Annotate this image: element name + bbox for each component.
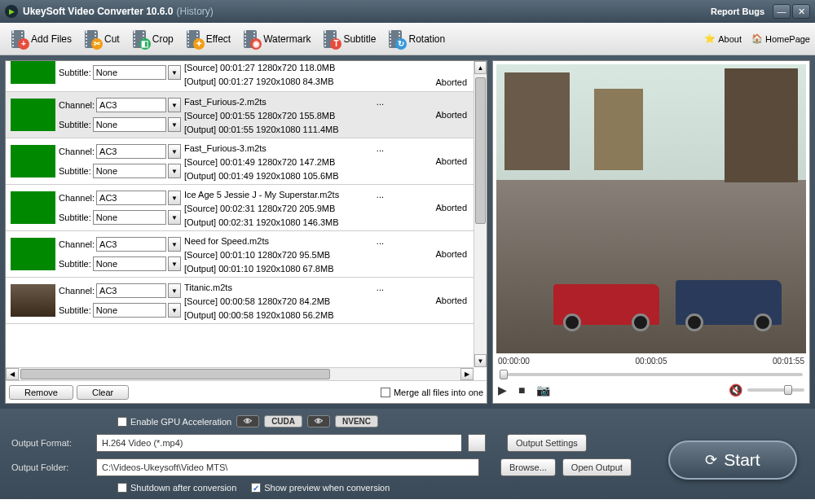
subtitle-button[interactable]: TSubtitle [317, 25, 382, 53]
cuda-badge-icon: 👁 [236, 415, 259, 427]
remove-button[interactable]: Remove [9, 385, 73, 400]
open-output-button[interactable]: Open Output [562, 458, 632, 476]
mute-button[interactable]: 🔇 [729, 383, 742, 397]
subtitle-dropdown[interactable]: ▼ [168, 210, 181, 225]
merge-checkbox[interactable]: Merge all files into one [381, 388, 483, 397]
output-folder-input[interactable]: C:\Videos-Ukeysoft\Video MTS\ [96, 458, 479, 476]
file-thumbnail [11, 61, 55, 84]
subtitle-label: Subtitle: [59, 120, 91, 129]
channel-dropdown[interactable]: ▼ [168, 283, 181, 298]
channel-select[interactable]: AC3 [96, 237, 166, 252]
output-format-dropdown[interactable]: ▲ [468, 434, 486, 452]
subtitle-select[interactable]: None [93, 303, 166, 318]
output-format-label: Output Format: [11, 438, 90, 448]
shutdown-checkbox[interactable]: Shutdown after conversion [117, 483, 236, 493]
subtitle-select[interactable]: None [93, 256, 166, 271]
file-info: [Source] 00:01:27 1280x720 118.0MB[Outpu… [181, 61, 420, 90]
refresh-icon: ⟳ [705, 451, 717, 469]
file-list-vscroll[interactable]: ▲ ▼ [474, 61, 487, 367]
cuda-badge: CUDA [264, 415, 302, 427]
gpu-checkbox[interactable]: Enable GPU Acceleration [117, 417, 231, 427]
nvenc-badge: NVENC [335, 415, 378, 427]
channel-dropdown[interactable]: ▼ [168, 144, 181, 159]
file-row[interactable]: Channel:AC3▼Subtitle:None▼Fast_Furious-3… [6, 138, 474, 185]
file-status: Aborted [420, 94, 470, 136]
subtitle-dropdown[interactable]: ▼ [168, 303, 181, 318]
file-thumbnail [11, 191, 55, 224]
crop-button[interactable]: ◧Crop [126, 25, 180, 53]
file-row[interactable]: Channel:AC3▼Subtitle:None▼Titanic.m2ts..… [6, 278, 474, 324]
volume-slider[interactable] [747, 388, 804, 392]
scroll-up-button[interactable]: ▲ [474, 61, 487, 74]
scroll-right-button[interactable]: ▶ [460, 368, 474, 380]
play-button[interactable]: ▶ [498, 383, 507, 397]
channel-select[interactable]: AC3 [96, 283, 166, 298]
subtitle-dropdown[interactable]: ▼ [168, 256, 181, 271]
subtitle-select[interactable]: None [93, 210, 166, 225]
star-icon: ⭐ [704, 33, 716, 45]
file-info: Need for Speed.m2ts...[Source] 00:01:10 … [181, 233, 420, 275]
preview-checkbox[interactable]: Show preview when conversion [251, 483, 390, 493]
home-icon: 🏠 [751, 33, 763, 45]
file-status: Aborted [420, 61, 470, 90]
preview-panel: 00:00:00 00:00:05 00:01:55 ▶ ■ 📷 🔇 [492, 60, 810, 404]
start-button[interactable]: ⟳Start [668, 440, 797, 480]
subtitle-dropdown[interactable]: ▼ [168, 65, 181, 80]
vscroll-thumb[interactable] [475, 77, 486, 224]
time-end: 00:01:55 [773, 357, 804, 366]
subtitle-label: Subtitle: [59, 305, 91, 315]
channel-select[interactable]: AC3 [96, 191, 166, 205]
file-status: Aborted [420, 233, 470, 275]
output-format-select[interactable]: H.264 Video (*.mp4) [96, 434, 461, 452]
subtitle-select[interactable]: None [93, 164, 166, 178]
minimize-button[interactable]: — [773, 4, 791, 19]
hscroll-thumb[interactable] [20, 369, 330, 379]
about-link[interactable]: ⭐About [704, 33, 742, 45]
subtitle-dropdown[interactable]: ▼ [168, 117, 181, 132]
scroll-left-button[interactable]: ◀ [6, 368, 19, 380]
app-title: UkeySoft Video Converter 10.6.0 [23, 6, 174, 17]
clear-button[interactable]: Clear [77, 385, 129, 400]
subtitle-select[interactable]: None [93, 65, 166, 80]
output-settings-button[interactable]: Output Settings [507, 434, 587, 452]
subtitle-select[interactable]: None [93, 117, 166, 132]
browse-button[interactable]: Browse... [500, 458, 556, 476]
channel-label: Channel: [59, 100, 95, 110]
channel-select[interactable]: AC3 [96, 98, 166, 112]
subtitle-dropdown[interactable]: ▼ [168, 164, 181, 178]
bottom-panel: Enable GPU Acceleration 👁 CUDA 👁 NVENC O… [0, 409, 815, 499]
file-row[interactable]: Channel:AC3▼Subtitle:None▼Fast_Furious-2… [6, 92, 474, 138]
homepage-link[interactable]: 🏠HomePage [751, 33, 810, 45]
nvenc-badge-icon: 👁 [307, 415, 330, 427]
time-current: 00:00:05 [636, 357, 667, 366]
report-bugs-link[interactable]: Report Bugs [711, 7, 764, 16]
snapshot-button[interactable]: 📷 [536, 383, 550, 397]
file-info: Fast_Furious-2.m2ts...[Source] 00:01:55 … [181, 94, 420, 136]
rotation-button[interactable]: ↻Rotation [382, 25, 452, 53]
stop-button[interactable]: ■ [518, 383, 525, 397]
channel-label: Channel: [59, 193, 95, 203]
file-row[interactable]: Channel:AC3▼Subtitle:None▼Need for Speed… [6, 231, 474, 278]
file-info: Titanic.m2ts...[Source] 00:00:58 1280x72… [181, 279, 420, 322]
add-files-button[interactable]: +Add Files [5, 25, 78, 53]
channel-dropdown[interactable]: ▼ [168, 98, 181, 112]
channel-label: Channel: [59, 239, 95, 249]
app-logo-icon [5, 5, 18, 18]
close-button[interactable]: ✕ [792, 4, 810, 19]
scroll-down-button[interactable]: ▼ [474, 354, 487, 367]
file-list-hscroll[interactable]: ◀ ▶ [6, 367, 474, 380]
title-bar: UkeySoft Video Converter 10.6.0 (History… [0, 0, 815, 23]
file-status: Aborted [420, 140, 470, 182]
channel-dropdown[interactable]: ▼ [168, 191, 181, 205]
effect-button[interactable]: ✦Effect [180, 25, 237, 53]
cut-button[interactable]: ✂Cut [78, 25, 126, 53]
file-row[interactable]: Subtitle:None▼[Source] 00:01:27 1280x720… [6, 61, 474, 92]
subtitle-label: Subtitle: [59, 259, 91, 269]
channel-dropdown[interactable]: ▼ [168, 237, 181, 252]
watermark-button[interactable]: ◉Watermark [237, 25, 317, 53]
seek-slider[interactable] [496, 369, 806, 380]
file-row[interactable]: Channel:AC3▼Subtitle:None▼Ice Age 5 Jess… [6, 185, 474, 231]
channel-label: Channel: [59, 286, 95, 296]
video-preview[interactable] [496, 64, 806, 353]
channel-select[interactable]: AC3 [96, 144, 166, 159]
